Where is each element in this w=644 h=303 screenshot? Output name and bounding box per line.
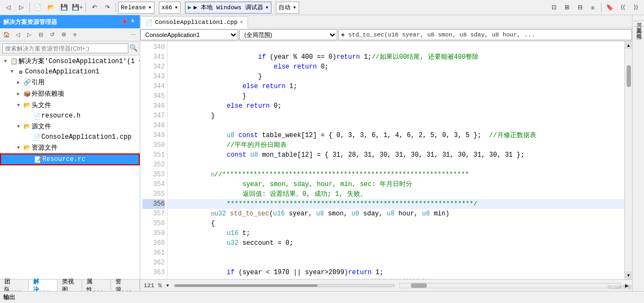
editor-area: 📄 ConsoleApplication1.cpp × ConsoleAppli… [140,15,632,291]
close-sidebar-icon[interactable]: × [129,18,137,25]
tab-classview[interactable]: 类视图 [58,280,82,291]
tab-properties[interactable]: 属性... [82,280,111,291]
forward-btn[interactable]: ▷ [15,2,27,14]
tree-project[interactable]: ▼ ⚙ ConsoleApplication1 [0,67,140,77]
code-line-347 [168,111,624,121]
tree-references[interactable]: ▶ 🔗 引用 [0,77,140,88]
ln-346: 346 [143,101,165,111]
tab-resources[interactable]: 资源... [111,280,140,291]
back-btn[interactable]: ◁ [2,2,14,14]
platform-dropdown[interactable]: x86 ▾ [159,2,181,14]
ln-358: 358 [143,219,165,228]
nav-btn1[interactable]: ⟨⟨ [617,2,629,14]
sidebar-right-btn[interactable]: ▷ [24,29,35,40]
source-folder-icon: 📂 [23,123,32,130]
search-icon[interactable]: 🔍 [129,44,138,52]
sidebar-search-bar: 🔍 [0,41,140,55]
sidebar-settings-btn[interactable]: ⚙ [58,29,69,40]
scroll-thumb[interactable] [627,65,631,87]
sidebar-refresh-btn[interactable]: ↺ [47,29,58,40]
source-label: 源文件 [32,122,51,131]
debug-btn3[interactable]: ⊟ [574,2,586,14]
sidebar-header-icons: 📌 × [120,18,137,25]
build-config-dropdown[interactable]: Release ▾ [118,2,154,14]
headers-label: 头文件 [32,101,51,110]
ln-355: 355 [143,189,165,199]
res-folder-expand: ▼ [14,145,23,151]
ln-357: 357 [143,209,165,219]
new-file-btn[interactable]: 📄 [32,2,44,14]
cpp-icon: 📄 [33,134,41,141]
scroll-down-btn[interactable]: ▼ [625,271,633,279]
tree-resource-folder[interactable]: ▼ 📂 资源文件 [0,142,140,153]
tree-resource-h[interactable]: 📄 resource.h [0,111,140,121]
ln-345: 345 [143,91,165,101]
sidebar-header: 解决方案资源管理器 📌 × [0,15,140,28]
rh-label: resource.h [41,112,81,120]
zoom-label: 121 % [144,282,162,289]
nav-btn2[interactable]: ⟩⟩ [630,2,642,14]
tree-source-folder[interactable]: ▼ 📂 源文件 [0,121,140,132]
ln-363: 363 [143,268,165,277]
ln-347: 347 [143,111,165,121]
debug-btn4[interactable]: ≡ [587,2,599,14]
output-panel: 输出 [0,291,644,303]
build-config-arrow: ▾ [148,4,152,11]
undo-btn[interactable]: ↶ [88,2,100,14]
horizontal-scrollbar[interactable] [399,283,621,288]
sidebar-extra-btn[interactable]: ⋯ [128,29,139,40]
code-line-358: u16 t; [168,219,624,228]
editor-tab-label: ConsoleApplication1.cpp [155,19,238,26]
solution-icon: 📋 [10,58,18,65]
search-input[interactable] [2,44,128,53]
tab-solution[interactable]: 解决... [29,280,58,291]
tree-main-cpp[interactable]: 📄 ConsoleApplication1.cpp [0,132,140,142]
platform-label: x86 [162,4,172,11]
tree-solution[interactable]: ▼ 📋 解决方案'ConsoleApplication1'(1 个项目) [0,55,140,67]
editor-tab-icon: 📄 [145,19,153,26]
code-line-361 [168,248,624,258]
project-icon: ⚙ [16,69,25,76]
code-line-348: u8 const table_week[12] = { 0, 3, 3, 6, … [168,121,624,131]
pin-icon[interactable]: 📌 [120,18,128,25]
nav-class-dropdown[interactable]: ConsoleApplication1 [140,29,238,40]
tree-resource-rc[interactable]: 📝 Resource.rc [0,153,140,165]
editor-tab-main-cpp[interactable]: 📄 ConsoleApplication1.cpp × [140,16,248,28]
tree-headers-folder[interactable]: ▼ 📂 头文件 [0,100,140,111]
debug-btn2[interactable]: ⊞ [561,2,573,14]
res-folder-label: 资源文件 [32,143,58,152]
right-tool-properties[interactable]: 属性 [634,27,643,32]
hscroll-thumb[interactable] [411,283,427,288]
redo-btn[interactable]: ↷ [101,2,113,14]
sidebar-home-btn[interactable]: 🏠 [1,29,12,40]
sidebar-collapse-btn[interactable]: ⊟ [35,29,46,40]
zoom-decrease[interactable]: ▾ [166,282,170,289]
run-label: ▶ 本地 Windows 调试器 [194,3,263,11]
run-dropdown[interactable]: ▶ ▶ 本地 Windows 调试器 ▾ [185,2,271,14]
run-mode-arrow: ▾ [293,4,296,11]
tab-team[interactable]: 团队... [0,280,29,291]
sep1 [29,3,30,13]
scroll-up-btn[interactable]: ▲ [625,41,633,49]
open-btn[interactable]: 📂 [45,2,57,14]
editor-tab-close[interactable]: × [240,20,243,26]
bookmark-btn[interactable]: 🔖 [604,2,616,14]
right-tool-attr1[interactable]: 属 [634,16,643,21]
code-content[interactable]: if (year % 400 == 0)return 1;//如果以00结尾, … [168,41,624,279]
vertical-scrollbar[interactable]: ▲ ▼ [624,41,632,279]
zoom-slider[interactable] [174,284,395,287]
save-btn[interactable]: 💾 [58,2,70,14]
sep4 [601,3,602,13]
ref-icon: 🔗 [23,79,32,86]
sidebar-filter-btn[interactable]: ≡ [70,29,81,40]
debug-btn1[interactable]: ⊡ [548,2,560,14]
right-tool-toolbox[interactable]: 工具箱 [634,22,643,27]
sep2 [85,3,86,13]
nav-scope-dropdown[interactable]: (全局范围) [239,29,337,40]
main-area: 解决方案资源管理器 📌 × 🏠 ◁ ▷ ⊟ ↺ ⚙ ≡ ⋯ 🔍 ▼ [0,15,644,291]
save-all-btn[interactable]: 💾+ [71,2,83,14]
run-mode-dropdown[interactable]: 自动 ▾ [276,2,299,14]
tree-external-deps[interactable]: ▶ 📦 外部依赖项 [0,88,140,100]
sidebar-title: 解决方案资源管理器 [3,18,57,26]
sidebar-left-btn[interactable]: ◁ [13,29,23,40]
